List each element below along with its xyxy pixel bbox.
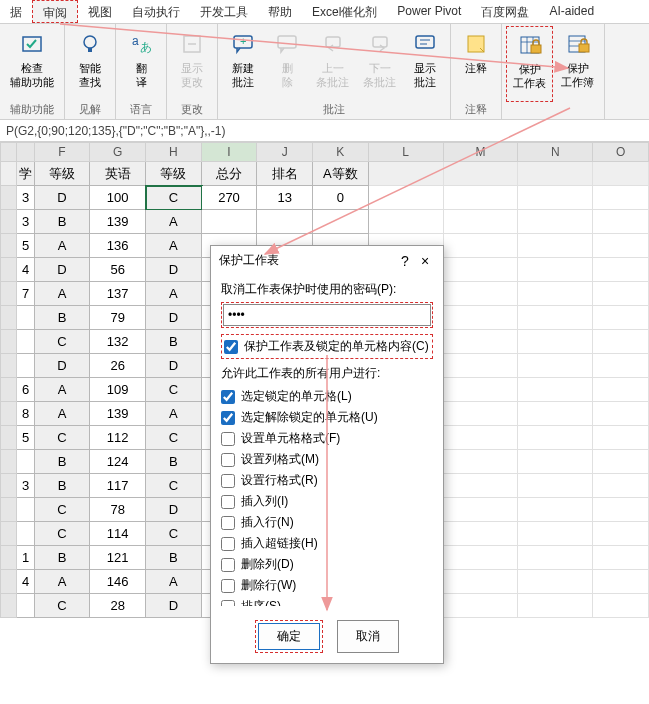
cell[interactable]: B (35, 450, 91, 474)
perm-checkbox-1[interactable] (221, 411, 235, 425)
ribbon-btn-new-comment-icon[interactable]: +新建批注 (222, 26, 264, 102)
cell[interactable]: 137 (90, 282, 146, 306)
ribbon-btn-note-icon[interactable]: 注释 (455, 26, 497, 102)
row-header[interactable] (0, 570, 17, 594)
cell[interactable]: 139 (90, 402, 146, 426)
cell[interactable]: 5 (17, 426, 34, 450)
cell-blank[interactable] (593, 450, 649, 474)
cell[interactable]: C (35, 594, 91, 618)
row-header[interactable] (0, 378, 17, 402)
hdr-cell-blank[interactable] (369, 162, 444, 186)
cell[interactable]: C (35, 330, 91, 354)
cell[interactable]: C (35, 522, 91, 546)
cell-blank[interactable] (518, 258, 593, 282)
cell[interactable]: 270 (202, 186, 258, 210)
ribbon-btn-show-changes-icon[interactable]: 显示更改 (171, 26, 213, 102)
hdr-cell[interactable]: 英语 (90, 162, 146, 186)
cell[interactable]: A (35, 378, 91, 402)
cell[interactable]: 28 (90, 594, 146, 618)
cell-blank[interactable] (518, 186, 593, 210)
cell-blank[interactable] (444, 474, 519, 498)
hdr-cell[interactable]: 等级 (146, 162, 202, 186)
cell-blank[interactable] (518, 402, 593, 426)
cell-blank[interactable] (444, 282, 519, 306)
cell[interactable]: 112 (90, 426, 146, 450)
cell-blank[interactable] (369, 210, 444, 234)
cell[interactable]: B (35, 210, 91, 234)
row-header[interactable] (0, 282, 17, 306)
cell[interactable]: C (146, 474, 202, 498)
cell[interactable]: 13 (257, 186, 313, 210)
cell-blank[interactable] (593, 258, 649, 282)
close-icon[interactable]: × (415, 253, 435, 269)
cell-blank[interactable] (593, 498, 649, 522)
cell[interactable]: B (35, 546, 91, 570)
cell[interactable] (17, 522, 34, 546)
ribbon-btn-next-comment-icon[interactable]: 下一条批注 (357, 26, 402, 102)
cell[interactable]: C (35, 426, 91, 450)
cell[interactable]: 3 (17, 210, 34, 234)
perm-checkbox-0[interactable] (221, 390, 235, 404)
hdr-cell-blank[interactable] (593, 162, 649, 186)
cell-blank[interactable] (369, 186, 444, 210)
cell[interactable]: B (146, 546, 202, 570)
cell-blank[interactable] (444, 210, 519, 234)
cell-blank[interactable] (518, 378, 593, 402)
perm-checkbox-10[interactable] (221, 600, 235, 607)
cell[interactable]: 109 (90, 378, 146, 402)
ribbon-btn-delete-comment-icon[interactable]: 删除 (266, 26, 308, 102)
cell-blank[interactable] (444, 402, 519, 426)
cell-blank[interactable] (444, 378, 519, 402)
perm-checkbox-5[interactable] (221, 495, 235, 509)
ribbon-btn-protect-sheet-icon[interactable]: 保护工作表 (506, 26, 553, 102)
cell[interactable] (257, 210, 313, 234)
cell-blank[interactable] (444, 258, 519, 282)
row-header[interactable] (0, 210, 17, 234)
cell-blank[interactable] (444, 450, 519, 474)
cell-blank[interactable] (444, 234, 519, 258)
cell-blank[interactable] (444, 306, 519, 330)
cell-blank[interactable] (518, 234, 593, 258)
cell[interactable]: D (146, 498, 202, 522)
ribbon-tab-2[interactable]: 视图 (78, 0, 122, 23)
cell[interactable] (17, 498, 34, 522)
cell[interactable]: D (146, 594, 202, 618)
hdr-cell-blank[interactable] (518, 162, 593, 186)
cell-blank[interactable] (518, 546, 593, 570)
ribbon-tab-4[interactable]: 开发工具 (190, 0, 258, 23)
cell-blank[interactable] (593, 330, 649, 354)
cell[interactable]: 139 (90, 210, 146, 234)
ribbon-tab-9[interactable]: AI-aided (539, 0, 604, 23)
cell[interactable]: C (146, 426, 202, 450)
perm-checkbox-6[interactable] (221, 516, 235, 530)
cancel-button[interactable]: 取消 (337, 620, 399, 653)
cell[interactable]: A (35, 282, 91, 306)
cell-blank[interactable] (444, 498, 519, 522)
col-header-G[interactable]: G (90, 142, 146, 162)
cell[interactable]: D (146, 258, 202, 282)
cell-blank[interactable] (593, 210, 649, 234)
cell[interactable]: A (35, 402, 91, 426)
cell-blank[interactable] (593, 234, 649, 258)
cell-blank[interactable] (593, 426, 649, 450)
cell[interactable] (17, 354, 34, 378)
cell-blank[interactable] (593, 402, 649, 426)
cell[interactable]: D (35, 186, 91, 210)
cell-blank[interactable] (444, 522, 519, 546)
cell-blank[interactable] (444, 330, 519, 354)
col-header-L[interactable]: L (369, 142, 444, 162)
cell-blank[interactable] (444, 546, 519, 570)
perm-checkbox-2[interactable] (221, 432, 235, 446)
cell-blank[interactable] (518, 450, 593, 474)
cell[interactable]: 117 (90, 474, 146, 498)
cell-blank[interactable] (518, 210, 593, 234)
cell-blank[interactable] (518, 474, 593, 498)
cell[interactable]: 4 (17, 570, 34, 594)
cell-blank[interactable] (593, 378, 649, 402)
cell[interactable]: B (35, 474, 91, 498)
protect-locked-checkbox[interactable] (224, 340, 238, 354)
col-header-[interactable] (17, 142, 34, 162)
row-header[interactable] (0, 186, 17, 210)
cell[interactable]: A (35, 234, 91, 258)
col-header-O[interactable]: O (593, 142, 649, 162)
